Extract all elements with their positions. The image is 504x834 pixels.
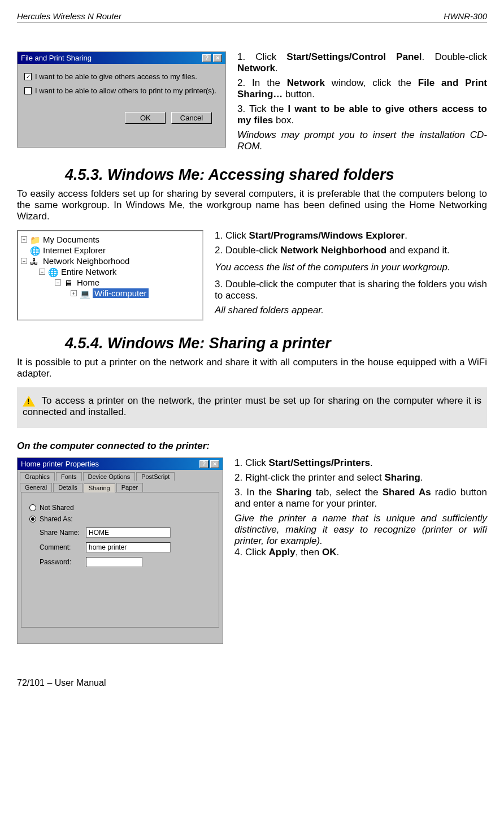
- dialog-titlebar: File and Print Sharing ? ✕: [18, 52, 225, 64]
- checkbox-row-printers[interactable]: I want to be able to allow others to pri…: [24, 87, 219, 95]
- radio-shared-as[interactable]: Shared As:: [29, 515, 211, 523]
- titlebar-buttons: ? ✕: [202, 54, 222, 62]
- label-share-name: Share Name:: [40, 529, 81, 537]
- checkbox-icon[interactable]: ✓: [24, 73, 32, 80]
- tab-fonts[interactable]: Fonts: [56, 472, 82, 481]
- computer-icon: 💻: [80, 289, 90, 298]
- step-1: 1. Click Start/Programs/Windows Explorer…: [215, 230, 487, 241]
- globe-icon: 🌐: [48, 267, 58, 276]
- radio-icon[interactable]: [29, 516, 36, 522]
- header-left: Hercules Wireless N Router: [17, 11, 121, 21]
- tab-details[interactable]: Details: [53, 483, 82, 492]
- label-comment: Comment:: [40, 543, 81, 551]
- tree-item[interactable]: −🖧Network Neighborhood: [21, 256, 199, 266]
- para-454: It is possible to put a printer on the n…: [17, 357, 487, 379]
- note-cdrom: Windows may prompt you to insert the ins…: [237, 129, 487, 152]
- step-2: 2. Right-click the printer and select Sh…: [234, 472, 487, 483]
- dialog-file-print-sharing: File and Print Sharing ? ✕ ✓ I want to b…: [17, 51, 226, 148]
- tree-item[interactable]: +💻Wifi-computer: [21, 288, 199, 299]
- note-printer-name: Give the printer a name that is unique a…: [234, 513, 487, 547]
- input-comment[interactable]: home printer: [86, 542, 171, 552]
- help-icon[interactable]: ?: [199, 460, 208, 468]
- network-icon: 🖧: [30, 257, 40, 266]
- checkbox-label: I want to be able to allow others to pri…: [35, 87, 216, 95]
- expander-icon[interactable]: −: [55, 279, 61, 286]
- step-2: 2. Double-click Network Neighborhood and…: [215, 245, 487, 256]
- tree-item[interactable]: −🌐Entire Network: [21, 266, 199, 277]
- tree-item[interactable]: +📁My Documents: [21, 234, 199, 245]
- page-footer: 72/101 – User Manual: [17, 678, 487, 688]
- tree-item[interactable]: 🌐Internet Explorer: [21, 245, 199, 256]
- tabs-row-bottom: General Details Sharing Paper: [18, 481, 223, 492]
- ok-button[interactable]: OK: [125, 112, 166, 124]
- cancel-button[interactable]: Cancel: [171, 112, 212, 124]
- section-heading-453: 4.5.3. Windows Me: Accessing shared fold…: [65, 166, 487, 184]
- folder-icon: 📁: [30, 235, 40, 244]
- tree-item[interactable]: −🖥Home: [21, 277, 199, 288]
- field-comment: Comment: home printer: [40, 542, 211, 552]
- steps-file-sharing: 1. Click Start/Settings/Control Panel. D…: [237, 51, 487, 152]
- tab-sharing[interactable]: Sharing: [84, 483, 115, 492]
- input-share-name[interactable]: HOME: [86, 528, 171, 538]
- dialog-title-text: File and Print Sharing: [21, 54, 92, 62]
- tab-graphics[interactable]: Graphics: [20, 472, 55, 481]
- label-password: Password:: [40, 558, 81, 566]
- header-right: HWNR-300: [444, 11, 487, 21]
- block-file-print-sharing: File and Print Sharing ? ✕ ✓ I want to b…: [17, 51, 487, 152]
- warning-box: To access a printer on the network, the …: [17, 387, 487, 428]
- note-workgroup: You access the list of the computers in …: [215, 262, 487, 273]
- tab-panel-sharing: Not Shared Shared As: Share Name: HOME C…: [21, 492, 219, 628]
- block-printer-sharing: Home printer Properties ? ✕ Graphics Fon…: [17, 457, 487, 644]
- close-icon[interactable]: ✕: [213, 54, 222, 62]
- warning-text: To access a printer on the network, the …: [23, 395, 481, 417]
- dialog-title-text: Home printer Properties: [21, 460, 99, 468]
- tab-general[interactable]: General: [20, 483, 52, 492]
- checkbox-label: I want to be able to give others access …: [35, 72, 197, 81]
- dialog-button-row: OK Cancel: [24, 112, 219, 124]
- dialog-titlebar: Home printer Properties ? ✕: [18, 458, 223, 470]
- para-453: To easily access folders set up for shar…: [17, 188, 487, 222]
- page-header: Hercules Wireless N Router HWNR-300: [17, 11, 487, 23]
- field-share-name: Share Name: HOME: [40, 528, 211, 538]
- step-1: 1. Click Start/Settings/Control Panel. D…: [237, 51, 487, 74]
- warning-icon: [23, 396, 35, 407]
- dialog-printer-properties: Home printer Properties ? ✕ Graphics Fon…: [17, 457, 223, 644]
- steps-access-shared: 1. Click Start/Programs/Windows Explorer…: [215, 230, 487, 316]
- ie-icon: 🌐: [30, 246, 40, 255]
- radio-not-shared[interactable]: Not Shared: [29, 504, 211, 512]
- checkbox-row-files[interactable]: ✓ I want to be able to give others acces…: [24, 72, 219, 81]
- help-icon[interactable]: ?: [202, 54, 211, 62]
- step-3: 3. Tick the I want to be able to give ot…: [237, 103, 487, 126]
- expander-icon[interactable]: −: [21, 258, 27, 264]
- close-icon[interactable]: ✕: [210, 460, 219, 468]
- expander-icon[interactable]: −: [39, 269, 45, 275]
- dialog-body: ✓ I want to be able to give others acces…: [18, 64, 225, 132]
- tabs-row-top: Graphics Fonts Device Options PostScript: [18, 470, 223, 481]
- step-1: 1. Click Start/Settings/Printers.: [234, 457, 487, 469]
- expander-icon[interactable]: +: [71, 290, 77, 296]
- subhead-printer-computer: On the computer connected to the printer…: [17, 440, 487, 452]
- input-password[interactable]: [86, 557, 142, 567]
- step-3: 3. Double-click the computer that is sha…: [215, 279, 487, 301]
- radio-icon[interactable]: [29, 504, 36, 511]
- workgroup-icon: 🖥: [64, 278, 74, 287]
- step-3: 3. In the Sharing tab, select the Shared…: [234, 487, 487, 509]
- block-access-shared: +📁My Documents 🌐Internet Explorer −🖧Netw…: [17, 230, 487, 321]
- field-password: Password:: [40, 557, 211, 567]
- titlebar-buttons: ? ✕: [199, 460, 219, 468]
- explorer-tree-image: +📁My Documents 🌐Internet Explorer −🖧Netw…: [17, 230, 203, 321]
- step-4: 4. Click Apply, then OK.: [234, 547, 487, 558]
- section-heading-454: 4.5.4. Windows Me: Sharing a printer: [65, 335, 487, 352]
- step-2: 2. In the Network window, click the File…: [237, 77, 487, 100]
- tab-postscript[interactable]: PostScript: [136, 472, 175, 481]
- steps-printer-sharing: 1. Click Start/Settings/Printers. 2. Rig…: [234, 457, 487, 561]
- note-folders-appear: All shared folders appear.: [215, 305, 487, 316]
- tab-paper[interactable]: Paper: [116, 483, 143, 492]
- tab-device-options[interactable]: Device Options: [83, 472, 136, 481]
- expander-icon[interactable]: +: [21, 236, 27, 243]
- checkbox-icon[interactable]: [24, 87, 32, 94]
